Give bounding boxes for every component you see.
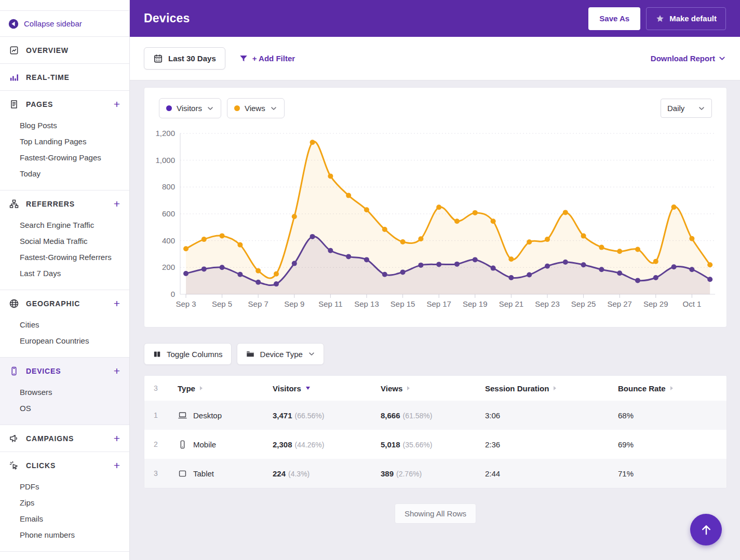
- visitors-data-point[interactable]: [671, 264, 677, 269]
- views-data-point[interactable]: [545, 237, 550, 242]
- column-header-type[interactable]: Type: [178, 384, 273, 393]
- views-data-point[interactable]: [707, 262, 712, 267]
- visitors-data-point[interactable]: [527, 272, 532, 278]
- views-data-point[interactable]: [436, 204, 441, 210]
- visitors-data-point[interactable]: [201, 266, 207, 271]
- visitors-data-point[interactable]: [418, 263, 423, 268]
- sidebar-item-devices[interactable]: DEVICES +: [0, 358, 129, 384]
- sidebar-subitem[interactable]: OS: [0, 400, 129, 416]
- sidebar-item-overview[interactable]: OVERVIEW: [0, 37, 129, 63]
- sidebar-item-geographic[interactable]: GEOGRAPHIC +: [0, 290, 129, 317]
- views-data-point[interactable]: [671, 204, 677, 210]
- views-data-point[interactable]: [689, 236, 694, 241]
- sidebar-subitem[interactable]: Fastest-Growing Referrers: [0, 249, 129, 265]
- views-data-point[interactable]: [563, 210, 568, 215]
- views-data-point[interactable]: [183, 246, 189, 251]
- views-data-point[interactable]: [491, 218, 496, 224]
- views-data-point[interactable]: [220, 233, 225, 238]
- visitors-data-point[interactable]: [328, 248, 333, 253]
- scroll-to-top-button[interactable]: [690, 514, 722, 545]
- visitors-data-point[interactable]: [599, 267, 604, 272]
- views-data-point[interactable]: [527, 239, 532, 244]
- views-data-point[interactable]: [274, 271, 279, 277]
- visitors-data-point[interactable]: [183, 271, 189, 276]
- visitors-data-point[interactable]: [653, 275, 658, 280]
- sidebar-item-pages[interactable]: PAGES +: [0, 91, 129, 117]
- table-row-desktop[interactable]: 1 Desktop 3,471(66.56%) 8,666(61.58%) 3:…: [144, 401, 726, 430]
- column-header-visitors[interactable]: Visitors: [273, 384, 381, 393]
- add-report-button[interactable]: +: [114, 365, 120, 376]
- sidebar-subitem[interactable]: Top Landing Pages: [0, 133, 129, 149]
- visitors-data-point[interactable]: [508, 275, 514, 280]
- views-data-point[interactable]: [454, 218, 460, 224]
- save-as-button[interactable]: Save As: [588, 7, 640, 30]
- add-report-button[interactable]: +: [114, 99, 120, 110]
- visitors-data-point[interactable]: [255, 280, 261, 285]
- visitors-data-point[interactable]: [400, 269, 406, 275]
- visitors-data-point[interactable]: [617, 270, 622, 276]
- views-data-point[interactable]: [201, 237, 207, 242]
- sidebar-subitem[interactable]: PDFs: [0, 479, 129, 495]
- visitors-data-point[interactable]: [436, 262, 441, 267]
- sidebar-subitem[interactable]: Browsers: [0, 384, 129, 400]
- visitors-data-point[interactable]: [545, 264, 550, 269]
- device-type-dropdown[interactable]: Device Type: [237, 343, 324, 365]
- showing-all-rows-button[interactable]: Showing All Rows: [395, 503, 476, 524]
- sidebar-item-real-time[interactable]: REAL-TIME: [0, 64, 129, 90]
- sidebar-subitem[interactable]: Social Media Traffic: [0, 233, 129, 249]
- views-data-point[interactable]: [617, 249, 622, 254]
- views-data-point[interactable]: [364, 207, 369, 212]
- visitors-data-point[interactable]: [292, 261, 297, 266]
- views-data-point[interactable]: [346, 193, 351, 198]
- sidebar-subitem[interactable]: Last 7 Days: [0, 265, 129, 281]
- add-report-button[interactable]: +: [114, 198, 120, 209]
- add-report-button[interactable]: +: [114, 298, 120, 309]
- visitors-data-point[interactable]: [274, 281, 279, 286]
- sidebar-item-clicks[interactable]: CLICKS +: [0, 452, 129, 479]
- toggle-columns-button[interactable]: Toggle Columns: [144, 343, 232, 365]
- table-row-mobile[interactable]: 2 Mobile 2,308(44.26%) 5,018(35.66%) 2:3…: [144, 430, 726, 459]
- views-data-point[interactable]: [581, 234, 586, 239]
- visitors-series-dropdown[interactable]: Visitors: [159, 98, 221, 118]
- visitors-data-point[interactable]: [491, 266, 496, 271]
- visitors-data-point[interactable]: [364, 257, 369, 262]
- sidebar-item-campaigns[interactable]: CAMPAIGNS +: [0, 425, 129, 452]
- sidebar-subitem[interactable]: Blog Posts: [0, 117, 129, 133]
- visitors-data-point[interactable]: [689, 267, 694, 272]
- visitors-data-point[interactable]: [635, 278, 640, 283]
- sidebar-subitem[interactable]: Search Engine Traffic: [0, 217, 129, 233]
- views-data-point[interactable]: [310, 140, 315, 145]
- collapse-sidebar-button[interactable]: Collapse sidebar: [0, 11, 129, 37]
- sidebar-subitem[interactable]: European Countries: [0, 333, 129, 349]
- sidebar-subitem[interactable]: Fastest-Growing Pages: [0, 149, 129, 166]
- views-data-point[interactable]: [653, 259, 658, 264]
- visitors-data-point[interactable]: [581, 262, 586, 267]
- visitors-data-point[interactable]: [473, 257, 478, 262]
- views-data-point[interactable]: [328, 173, 333, 179]
- visitors-data-point[interactable]: [563, 259, 568, 265]
- add-report-button[interactable]: +: [114, 433, 120, 444]
- visitors-data-point[interactable]: [454, 262, 460, 267]
- views-data-point[interactable]: [599, 245, 604, 250]
- add-filter-button[interactable]: + Add Filter: [239, 54, 295, 63]
- sidebar-subitem[interactable]: Emails: [0, 511, 129, 527]
- sidebar-subitem[interactable]: Phone numbers: [0, 527, 129, 543]
- date-range-button[interactable]: Last 30 Days: [144, 47, 225, 70]
- visitors-data-point[interactable]: [707, 277, 712, 282]
- make-default-button[interactable]: Make default: [646, 7, 726, 30]
- sidebar-subitem[interactable]: Zips: [0, 495, 129, 511]
- visitors-data-point[interactable]: [310, 234, 315, 239]
- visitors-data-point[interactable]: [237, 272, 243, 277]
- views-data-point[interactable]: [635, 247, 640, 252]
- views-data-point[interactable]: [508, 256, 514, 262]
- table-row-tablet[interactable]: 3 Tablet 224(4.3%) 389(2.76%) 2:44 71%: [144, 459, 726, 488]
- views-data-point[interactable]: [473, 210, 478, 215]
- visitors-data-point[interactable]: [220, 265, 225, 270]
- sidebar-item-referrers[interactable]: REFERRERS +: [0, 190, 129, 217]
- views-data-point[interactable]: [382, 227, 387, 232]
- column-header-session-duration[interactable]: Session Duration: [485, 384, 618, 393]
- download-report-link[interactable]: Download Report: [651, 54, 726, 63]
- column-header-views[interactable]: Views: [381, 384, 485, 393]
- interval-select[interactable]: Daily: [661, 99, 712, 118]
- views-data-point[interactable]: [400, 239, 406, 244]
